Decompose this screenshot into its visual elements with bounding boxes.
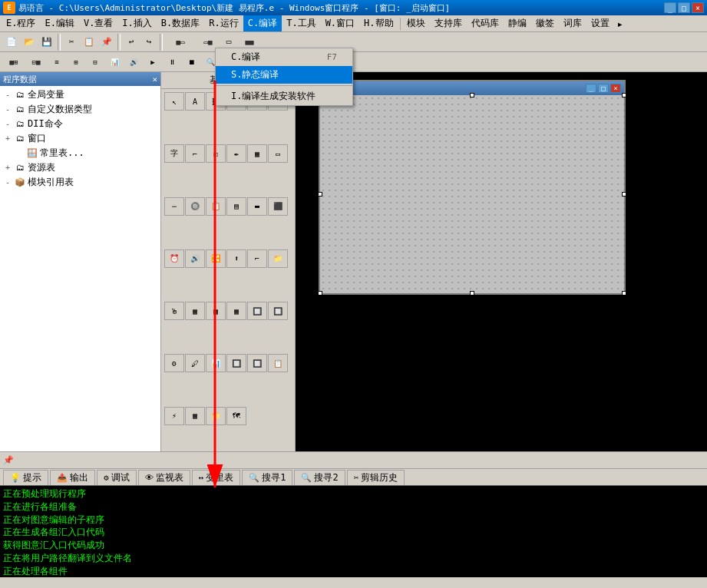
tool-pen[interactable]: ✒ — [226, 144, 246, 163]
tool-sound[interactable]: 🔊 — [185, 249, 205, 268]
tool-tabstrip[interactable]: ▤ — [226, 197, 246, 216]
tool-clipboard[interactable]: 📋 — [268, 354, 288, 372]
tool-grid2[interactable]: ▦ — [185, 407, 205, 425]
menu-static[interactable]: 静编 — [504, 15, 531, 31]
tool-gear[interactable]: ⚙ — [164, 354, 184, 372]
tool-up[interactable]: ⬆ — [226, 249, 246, 268]
tb2-b6[interactable]: 📊 — [105, 54, 124, 71]
tool-corner[interactable]: ⌐ — [247, 249, 267, 268]
menu-coderepo[interactable]: 代码库 — [467, 15, 504, 31]
menu-view[interactable]: V.查看 — [79, 15, 117, 31]
tb-redo[interactable]: ↪ — [140, 34, 157, 51]
tree-item-module[interactable]: - 📦 模块引用表 — [2, 175, 159, 190]
maximize-button[interactable]: □ — [678, 2, 690, 13]
tb2-b7[interactable]: 🔊 — [124, 54, 143, 71]
tb-cut[interactable]: ✂ — [63, 34, 80, 51]
tree-close-icon[interactable]: × — [152, 74, 157, 84]
tool-rect[interactable]: ▭ — [268, 144, 288, 163]
tool-h1[interactable]: 🔲 — [226, 354, 246, 372]
form-maximize[interactable]: □ — [598, 84, 609, 93]
tree-item-global[interactable]: - 🗂 全局变量 — [2, 88, 159, 102]
tb-open[interactable]: 📂 — [21, 34, 38, 51]
tool-h2[interactable]: 🔲 — [247, 354, 267, 372]
tool-mouse[interactable]: 🖱 — [164, 302, 184, 320]
sel-handle-ml[interactable] — [318, 192, 322, 197]
tool-chart[interactable]: 📊 — [206, 354, 226, 372]
compile-item-installer[interactable]: I.编译生成安装软件 — [216, 88, 352, 105]
tb-save[interactable]: 💾 — [38, 34, 55, 51]
tab-output[interactable]: 📤 输出 — [50, 470, 95, 485]
tb2-b2[interactable]: ⊟▦ — [25, 54, 47, 71]
tb-paste[interactable]: 📌 — [98, 34, 115, 51]
tool-flow[interactable]: 🔀 — [206, 249, 226, 268]
output-panel[interactable]: 正在预处理现行程序 正在进行各组准备 正在对图意编辑的子程序 正在生成各组汇入口… — [0, 485, 707, 577]
form-designer[interactable]: 窗口 _ □ × — [319, 80, 626, 295]
menu-run[interactable]: R.运行 — [204, 15, 243, 31]
menu-database[interactable]: B.数据库 — [157, 15, 204, 31]
tb-copy[interactable]: 📋 — [81, 34, 97, 51]
tree-item-table[interactable]: 🪟 常里表... — [2, 146, 159, 160]
menu-file[interactable]: E.程序 — [2, 15, 40, 31]
tb2-b3[interactable]: ≡ — [48, 54, 66, 71]
tool-folder[interactable]: 📁 — [268, 249, 288, 268]
menu-settings[interactable]: 设置 — [586, 15, 614, 31]
sel-handle-bl[interactable] — [318, 291, 322, 296]
menu-wordlib[interactable]: 词库 — [559, 15, 586, 31]
menu-module[interactable]: 模块 — [402, 15, 430, 31]
tool-g3[interactable]: ▦ — [226, 302, 246, 320]
pin-icon[interactable]: 📌 — [3, 455, 14, 465]
minimize-button[interactable]: _ — [664, 2, 676, 13]
tool-line[interactable]: ⌐ — [185, 144, 205, 163]
compile-item-static[interactable]: S.静态编译 — [216, 66, 352, 84]
tab-search2[interactable]: 🔍 搜寻2 — [294, 470, 345, 485]
sel-handle-tc[interactable] — [470, 93, 474, 97]
form-canvas[interactable] — [320, 95, 624, 293]
tb2-b8[interactable]: ▶ — [144, 54, 162, 71]
menu-tools[interactable]: T.工具 — [282, 15, 320, 31]
tool-map[interactable]: 🗺 — [226, 407, 246, 425]
tab-watch[interactable]: 👁 监视表 — [138, 470, 190, 485]
tool-text[interactable]: 字 — [164, 144, 184, 163]
tool-black[interactable]: ⬛ — [268, 197, 288, 216]
tool-dots[interactable]: ⋯ — [164, 197, 184, 216]
tool-hline[interactable]: ▬ — [247, 197, 267, 216]
menu-stamp[interactable]: 徽签 — [531, 15, 559, 31]
tool-label[interactable]: A — [185, 92, 205, 111]
tool-lightning[interactable]: ⚡ — [164, 407, 184, 425]
tab-debug[interactable]: ⚙ 调试 — [97, 470, 137, 485]
tree-item-dll[interactable]: - 🗂 DII命令 — [2, 117, 159, 131]
sel-handle-tr[interactable] — [622, 93, 626, 97]
tool-clock[interactable]: ⏰ — [164, 249, 184, 268]
tool-select[interactable]: ↖ — [164, 92, 184, 111]
tab-search1[interactable]: 🔍 搜寻1 — [242, 470, 292, 485]
tb2-b10[interactable]: ⏹ — [182, 54, 200, 71]
tool-listbox[interactable]: 📋 — [206, 197, 226, 216]
tool-pencil[interactable]: 🖊 — [185, 354, 205, 372]
tab-clipboard[interactable]: ✂ 剪辑历史 — [347, 470, 405, 485]
tb2-b4[interactable]: ⊞ — [67, 54, 85, 71]
tool-g4[interactable]: 🔲 — [247, 302, 267, 320]
tool-g2[interactable]: ▦ — [206, 302, 226, 320]
tab-vars[interactable]: ↔ 变里表 — [192, 470, 241, 485]
close-button[interactable]: × — [692, 2, 704, 13]
tool-grid[interactable]: ▦ — [247, 144, 267, 163]
tool-radio[interactable]: 🔘 — [185, 197, 205, 216]
menu-insert[interactable]: I.插入 — [117, 15, 156, 31]
menu-support[interactable]: 支持库 — [430, 15, 467, 31]
menu-help[interactable]: H.帮助 — [359, 15, 398, 31]
tab-hint[interactable]: 💡 提示 — [3, 470, 48, 485]
tool-g1[interactable]: ▦ — [185, 302, 205, 320]
tb-undo[interactable]: ↩ — [123, 34, 140, 51]
tree-item-resource[interactable]: + 🗂 资源表 — [2, 160, 159, 175]
menu-compile[interactable]: C.编译 — [243, 15, 282, 31]
sel-handle-bc[interactable] — [470, 291, 474, 296]
sel-handle-br[interactable] — [622, 291, 626, 296]
tree-view[interactable]: - 🗂 全局变量 - 🗂 自定义数据类型 - 🗂 DII命令 + 🗂 — [0, 86, 160, 508]
tb2-b5[interactable]: ⊟ — [86, 54, 104, 71]
menu-window[interactable]: W.窗口 — [321, 15, 359, 31]
tool-g5[interactable]: 🔲 — [268, 302, 288, 320]
tree-item-customtype[interactable]: - 🗂 自定义数据类型 — [2, 102, 159, 117]
tree-item-window[interactable]: + 🗂 窗口 — [2, 131, 159, 146]
menu-edit[interactable]: E.编辑 — [40, 15, 78, 31]
form-close[interactable]: × — [610, 84, 621, 93]
